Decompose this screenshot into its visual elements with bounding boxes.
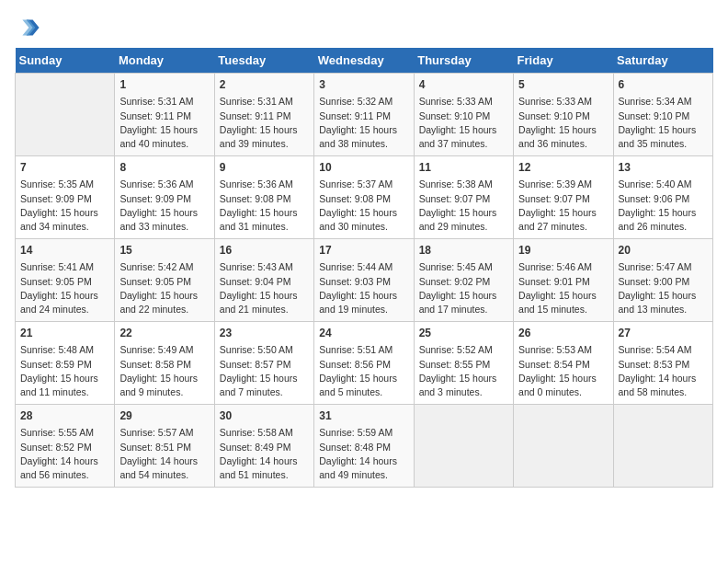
day-info: Sunrise: 5:34 AMSunset: 9:10 PMDaylight:… [619,95,708,151]
header-row: SundayMondayTuesdayWednesdayThursdayFrid… [16,48,713,74]
calendar-cell: 26Sunrise: 5:53 AMSunset: 8:54 PMDayligh… [514,322,613,405]
calendar-cell: 31Sunrise: 5:59 AMSunset: 8:48 PMDayligh… [314,405,414,488]
day-number: 22 [119,326,209,341]
day-number: 19 [518,243,608,259]
calendar-cell: 22Sunrise: 5:49 AMSunset: 8:58 PMDayligh… [115,322,214,405]
day-info: Sunrise: 5:48 AMSunset: 8:59 PMDaylight:… [20,343,109,399]
day-info: Sunrise: 5:54 AMSunset: 8:53 PMDaylight:… [619,343,708,399]
day-number: 21 [20,326,109,341]
calendar-cell: 4Sunrise: 5:33 AMSunset: 9:10 PMDaylight… [414,74,513,156]
calendar-cell [16,74,115,156]
day-info: Sunrise: 5:57 AMSunset: 8:51 PMDaylight:… [119,426,209,482]
calendar-cell: 8Sunrise: 5:36 AMSunset: 9:09 PMDaylight… [115,156,214,239]
day-info: Sunrise: 5:39 AMSunset: 9:07 PMDaylight:… [518,178,608,234]
day-number: 10 [319,160,408,176]
day-info: Sunrise: 5:59 AMSunset: 8:48 PMDaylight:… [319,426,408,482]
logo-icon [15,15,40,40]
day-number: 9 [220,160,309,176]
day-info: Sunrise: 5:31 AMSunset: 9:11 PMDaylight:… [119,95,209,151]
day-info: Sunrise: 5:31 AMSunset: 9:11 PMDaylight:… [220,95,309,151]
weekday-header: Wednesday [314,48,414,74]
calendar-cell: 9Sunrise: 5:36 AMSunset: 9:08 PMDaylight… [214,156,313,239]
calendar-week-row: 7Sunrise: 5:35 AMSunset: 9:09 PMDaylight… [16,156,713,239]
day-info: Sunrise: 5:53 AMSunset: 8:54 PMDaylight:… [518,343,608,399]
calendar-cell: 3Sunrise: 5:32 AMSunset: 9:11 PMDaylight… [314,74,414,156]
calendar-cell: 13Sunrise: 5:40 AMSunset: 9:06 PMDayligh… [613,156,712,239]
day-number: 18 [419,243,508,259]
day-number: 31 [319,408,408,424]
calendar-cell: 23Sunrise: 5:50 AMSunset: 8:57 PMDayligh… [214,322,313,405]
day-number: 6 [619,77,708,93]
day-number: 20 [619,243,708,259]
calendar-cell: 2Sunrise: 5:31 AMSunset: 9:11 PMDaylight… [214,74,313,156]
calendar-week-row: 21Sunrise: 5:48 AMSunset: 8:59 PMDayligh… [16,322,713,405]
calendar-cell [414,405,513,488]
day-info: Sunrise: 5:55 AMSunset: 8:52 PMDaylight:… [20,426,109,482]
calendar-cell: 18Sunrise: 5:45 AMSunset: 9:02 PMDayligh… [414,239,513,322]
calendar-cell: 25Sunrise: 5:52 AMSunset: 8:55 PMDayligh… [414,322,513,405]
calendar-cell: 5Sunrise: 5:33 AMSunset: 9:10 PMDaylight… [514,74,613,156]
day-number: 28 [20,408,109,424]
day-info: Sunrise: 5:52 AMSunset: 8:55 PMDaylight:… [419,343,508,399]
weekday-header: Thursday [414,48,513,74]
calendar-cell: 10Sunrise: 5:37 AMSunset: 9:08 PMDayligh… [314,156,414,239]
day-number: 5 [518,77,608,93]
day-info: Sunrise: 5:36 AMSunset: 9:08 PMDaylight:… [220,178,309,234]
calendar-cell: 24Sunrise: 5:51 AMSunset: 8:56 PMDayligh… [314,322,414,405]
day-number: 7 [20,160,109,176]
logo [15,15,44,40]
calendar-cell [613,405,712,488]
day-number: 13 [619,160,708,176]
day-number: 2 [220,77,309,93]
day-info: Sunrise: 5:42 AMSunset: 9:05 PMDaylight:… [119,260,209,316]
calendar-cell: 29Sunrise: 5:57 AMSunset: 8:51 PMDayligh… [115,405,214,488]
day-info: Sunrise: 5:46 AMSunset: 9:01 PMDaylight:… [518,260,608,316]
day-number: 26 [518,326,608,341]
calendar-cell: 20Sunrise: 5:47 AMSunset: 9:00 PMDayligh… [613,239,712,322]
day-info: Sunrise: 5:40 AMSunset: 9:06 PMDaylight:… [619,178,708,234]
day-info: Sunrise: 5:45 AMSunset: 9:02 PMDaylight:… [419,260,508,316]
calendar-cell: 30Sunrise: 5:58 AMSunset: 8:49 PMDayligh… [214,405,313,488]
day-number: 17 [319,243,408,259]
calendar-header: SundayMondayTuesdayWednesdayThursdayFrid… [16,48,713,74]
calendar-week-row: 28Sunrise: 5:55 AMSunset: 8:52 PMDayligh… [16,405,713,488]
calendar-week-row: 14Sunrise: 5:41 AMSunset: 9:05 PMDayligh… [16,239,713,322]
day-number: 14 [20,243,109,259]
calendar-cell: 21Sunrise: 5:48 AMSunset: 8:59 PMDayligh… [16,322,115,405]
calendar-cell: 15Sunrise: 5:42 AMSunset: 9:05 PMDayligh… [115,239,214,322]
day-info: Sunrise: 5:58 AMSunset: 8:49 PMDaylight:… [220,426,309,482]
page-header [15,15,713,40]
calendar-cell [514,405,613,488]
calendar-cell: 14Sunrise: 5:41 AMSunset: 9:05 PMDayligh… [16,239,115,322]
weekday-header: Saturday [613,48,712,74]
day-number: 29 [119,408,209,424]
day-info: Sunrise: 5:33 AMSunset: 9:10 PMDaylight:… [419,95,508,151]
day-info: Sunrise: 5:35 AMSunset: 9:09 PMDaylight:… [20,178,109,234]
day-info: Sunrise: 5:41 AMSunset: 9:05 PMDaylight:… [20,260,109,316]
weekday-header: Sunday [16,48,115,74]
calendar-cell: 17Sunrise: 5:44 AMSunset: 9:03 PMDayligh… [314,239,414,322]
day-number: 12 [518,160,608,176]
day-info: Sunrise: 5:37 AMSunset: 9:08 PMDaylight:… [319,178,408,234]
calendar-cell: 16Sunrise: 5:43 AMSunset: 9:04 PMDayligh… [214,239,313,322]
day-info: Sunrise: 5:49 AMSunset: 8:58 PMDaylight:… [119,343,209,399]
calendar-body: 1Sunrise: 5:31 AMSunset: 9:11 PMDaylight… [16,74,713,488]
day-number: 27 [619,326,708,341]
calendar-table: SundayMondayTuesdayWednesdayThursdayFrid… [15,48,713,488]
day-number: 25 [419,326,508,341]
weekday-header: Friday [514,48,613,74]
day-info: Sunrise: 5:51 AMSunset: 8:56 PMDaylight:… [319,343,408,399]
weekday-header: Monday [115,48,214,74]
day-info: Sunrise: 5:43 AMSunset: 9:04 PMDaylight:… [220,260,309,316]
calendar-cell: 12Sunrise: 5:39 AMSunset: 9:07 PMDayligh… [514,156,613,239]
day-number: 1 [119,77,209,93]
calendar-cell: 1Sunrise: 5:31 AMSunset: 9:11 PMDaylight… [115,74,214,156]
day-info: Sunrise: 5:33 AMSunset: 9:10 PMDaylight:… [518,95,608,151]
calendar-cell: 7Sunrise: 5:35 AMSunset: 9:09 PMDaylight… [16,156,115,239]
day-info: Sunrise: 5:38 AMSunset: 9:07 PMDaylight:… [419,178,508,234]
calendar-cell: 11Sunrise: 5:38 AMSunset: 9:07 PMDayligh… [414,156,513,239]
day-number: 16 [220,243,309,259]
weekday-header: Tuesday [214,48,313,74]
day-info: Sunrise: 5:50 AMSunset: 8:57 PMDaylight:… [220,343,309,399]
day-number: 24 [319,326,408,341]
